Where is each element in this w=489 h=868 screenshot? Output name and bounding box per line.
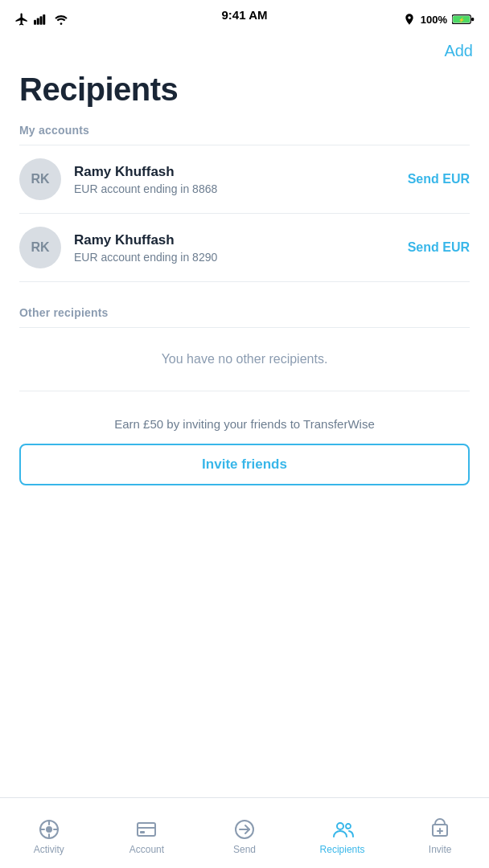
account-info-2: Ramy Khuffash EUR account ending in 8290 [74,232,408,264]
page-title: Recipients [19,72,470,108]
invite-button[interactable]: Invite friends [19,444,470,485]
status-time: 9:41 AM [222,8,268,22]
send-button-2[interactable]: Send EUR [408,240,470,255]
account-name-2: Ramy Khuffash [74,232,408,248]
battery-percent: 100% [421,14,447,26]
wifi-icon [53,14,69,25]
header: Add [0,35,489,63]
nav-item-account[interactable]: Account [98,812,196,855]
account-name-1: Ramy Khuffash [74,164,408,180]
status-bar: 9:41 AM 100% ⚡ [0,0,489,35]
send-button-1[interactable]: Send EUR [408,172,470,186]
invite-text: Earn £50 by inviting your friends to Tra… [16,416,473,434]
divider-bottom-other [19,391,470,391]
account-row-2[interactable]: RK Ramy Khuffash EUR account ending in 8… [0,214,489,281]
signal-icon [34,14,48,25]
nav-label-send: Send [233,844,256,855]
svg-text:⚡: ⚡ [458,17,465,23]
nav-item-activity[interactable]: Activity [0,812,98,855]
activity-icon [38,818,60,841]
nav-label-recipients: Recipients [320,844,365,855]
account-row-1[interactable]: RK Ramy Khuffash EUR account ending in 8… [0,145,489,213]
nav-item-invite[interactable]: Invite [391,812,489,855]
svg-rect-2 [40,16,43,25]
status-left [14,12,69,27]
nav-label-account: Account [129,844,164,855]
svg-point-19 [337,823,343,829]
svg-rect-16 [140,831,145,833]
svg-rect-6 [471,18,474,22]
nav-label-activity: Activity [34,844,64,855]
status-right: 100% ⚡ [403,13,475,26]
account-desc-1: EUR account ending in 8868 [74,182,408,195]
account-info-1: Ramy Khuffash EUR account ending in 8868 [74,164,408,195]
send-icon [233,818,256,841]
other-recipients-label: Other recipients [0,306,489,327]
battery-icon: ⚡ [452,14,475,25]
no-recipients-text: You have no other recipients. [0,328,489,391]
add-button[interactable]: Add [444,42,473,60]
svg-rect-0 [34,20,36,25]
location-icon [403,13,416,26]
nav-label-invite: Invite [429,844,452,855]
account-desc-2: EUR account ending in 8290 [74,251,408,264]
svg-rect-3 [43,14,45,25]
other-recipients-section: Other recipients You have no other recip… [0,306,489,391]
avatar-2: RK [19,227,61,268]
invite-banner: Earn £50 by inviting your friends to Tra… [16,416,473,485]
account-nav-icon [135,818,158,841]
invite-button-label: Invite friends [202,457,287,472]
my-accounts-section: My accounts RK Ramy Khuffash EUR account… [0,124,489,282]
invite-icon [429,818,451,841]
svg-point-9 [46,826,52,833]
page-title-section: Recipients [0,63,489,124]
avatar-1: RK [19,158,61,200]
svg-rect-14 [138,823,155,836]
airplane-icon [14,12,29,27]
svg-point-20 [346,824,351,829]
recipients-icon [331,818,354,841]
my-accounts-label: My accounts [0,124,489,145]
svg-rect-1 [37,18,39,25]
divider-bottom-accounts [19,281,470,282]
nav-item-recipients[interactable]: Recipients [294,812,392,855]
nav-item-send[interactable]: Send [195,812,294,855]
bottom-nav: Activity Account Send Recipients [0,797,489,868]
